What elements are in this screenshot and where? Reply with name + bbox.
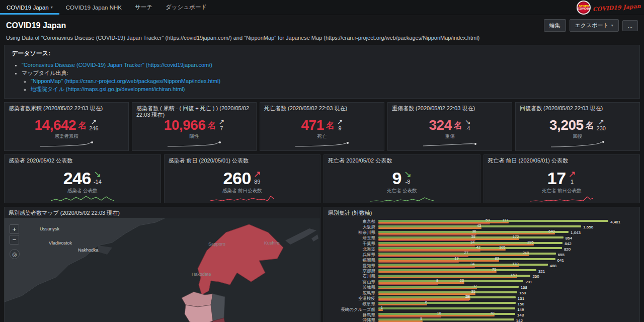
panel-title[interactable]: 県別集計 (対数軸) <box>324 207 639 216</box>
bar-segment-value: 248 <box>523 251 529 255</box>
chart-row: 岐阜県6150 <box>326 301 635 307</box>
chart-bar-group: 35172864 <box>378 236 610 242</box>
stop-covid19-badge-icon: STOP!! COVID19 <box>577 1 591 15</box>
bar-segment-value: 36 <box>472 229 476 233</box>
bar-segment <box>378 227 481 229</box>
bar-total-value: 820 <box>562 248 571 252</box>
link-nipponmap[interactable]: "NipponMap" (https://cran.r-project.org/… <box>31 78 220 84</box>
chart-row: 広島県35160 <box>326 291 635 296</box>
bar-total-value: 150 <box>516 302 524 306</box>
more-options-label: ... <box>628 23 632 29</box>
stat-value: 246 <box>63 170 91 187</box>
trend-down-icon: ↘ <box>465 118 471 125</box>
bar-segment <box>378 223 490 224</box>
chart-bar-group: 1983641 <box>378 258 610 263</box>
chart-bar-group: 42105820 <box>378 247 610 252</box>
japan-map[interactable]: Ussuriysk Vladivostok Nakhodka Sapporo K… <box>5 218 320 322</box>
panel-title[interactable]: 感染者数累積 (2020/05/02 22:03 現在) <box>5 103 128 118</box>
link-gsi-tiles[interactable]: 地理院タイル (https://maps.gsi.go.jp/developme… <box>31 86 185 92</box>
stat-label: 死亡 <box>317 133 327 140</box>
bar-segment <box>378 262 459 263</box>
stat-panel-recovered: 回復者数 (2020/05/02 22:03 現在) 3,205 名 ↗230 … <box>515 102 640 151</box>
chart-row: 北海道42105820 <box>326 247 635 252</box>
stat-value: 14,642 <box>35 118 76 132</box>
stat-row-2: 感染者 2020/05/02 公表数 246 ↘-14 感染者 公表数 感染者 … <box>4 154 640 203</box>
bar-segment-value: 42 <box>476 246 480 250</box>
bar-segment-value: 105 <box>499 246 506 250</box>
bar-segment-value: 35 <box>471 290 475 294</box>
page-title: COVID19 Japan <box>6 21 540 30</box>
bar-total-value: 655 <box>556 253 565 257</box>
stat-label: 感染者 公表数 <box>67 188 98 194</box>
stat-unit: 名 <box>454 121 462 130</box>
zoom-out-button[interactable]: − <box>10 235 19 245</box>
datasource-panel: データソース: "Coronavirus Disease (COVID-19) … <box>4 45 640 99</box>
stat-delta: 89 <box>254 179 260 185</box>
panel-title[interactable]: 感染者 前日 (2020/05/01) 公表数 <box>165 155 320 170</box>
panel-title[interactable]: 県別感染者数マップ (2020/05/02 22:03 現在) <box>5 207 320 216</box>
export-button[interactable]: エクスポート ▾ <box>570 19 619 32</box>
trend-up-icon: ↗ <box>598 118 604 125</box>
stat-unit: 名 <box>586 121 594 130</box>
tab-label: COVID19 Japan <box>7 5 49 11</box>
stat-panel-cumulative-infected: 感染者数累積 (2020/05/02 22:03 現在) 14,642 名 ↗2… <box>4 102 129 151</box>
bar-segment <box>378 316 441 317</box>
chart-row: 埼玉県35172864 <box>326 236 635 242</box>
bar-segment-value: 172 <box>513 235 519 239</box>
stat-delta: -4 <box>465 126 470 131</box>
sparkline <box>369 195 435 203</box>
panel-title[interactable]: 死亡者 2020/05/02 公表数 <box>324 155 480 170</box>
bar-segment-value: 43 <box>477 224 481 228</box>
bar-segment <box>378 234 476 235</box>
sparkline <box>294 140 350 148</box>
edit-button[interactable]: 編集 <box>544 19 566 32</box>
chart-bar-group: 6150 <box>378 301 610 307</box>
bar-segment <box>378 277 517 278</box>
stat-unit: 名 <box>207 121 216 130</box>
panel-title[interactable]: 感染者 2020/05/02 公表数 <box>5 155 160 170</box>
tab-label: ダッシュボード <box>166 4 207 11</box>
bar-segment <box>378 288 477 289</box>
sparkline <box>209 195 275 203</box>
trend-up-icon: ↗ <box>569 170 576 179</box>
locate-button[interactable]: ◎ <box>10 249 20 259</box>
stat-delta: 230 <box>597 126 606 131</box>
stat-value: 260 <box>223 170 251 187</box>
chart-row: 石川県159260 <box>326 274 635 280</box>
chart-row: 愛知県34170488 <box>326 263 635 269</box>
chart-row: 群馬県1070148 <box>326 312 635 318</box>
bar-segment-value: 75 <box>492 268 496 272</box>
bar-segment-value: 34 <box>470 240 474 245</box>
chevron-down-icon: ▾ <box>611 23 613 28</box>
trend-down-icon: ↘ <box>94 170 101 179</box>
bar-total-value: 168 <box>519 286 527 290</box>
tab-covid19-japan[interactable]: COVID19 Japan ▾ <box>0 0 59 15</box>
panel-title[interactable]: 死亡者数 (2020/05/02 22:03 現在) <box>260 103 384 118</box>
tab-covid19-japan-nhk[interactable]: COVID19 Japan NHK <box>59 0 128 15</box>
tab-dashboard[interactable]: ダッシュボード <box>159 0 213 15</box>
panel-title[interactable]: 回復者数 (2020/05/02 22:03 現在) <box>516 103 639 118</box>
bar-total <box>378 307 515 309</box>
dashboard-subtitle: Using Data of "Coronavirus Disease (COVI… <box>0 34 644 45</box>
zoom-in-button[interactable]: + <box>10 224 19 234</box>
trend-down-icon: ↘ <box>404 170 412 179</box>
stat-delta: 246 <box>89 126 98 131</box>
bar-segment <box>378 293 475 295</box>
bar-segment-value: 9 <box>436 279 438 283</box>
bar-segment-value: 159 <box>511 273 517 277</box>
tab-search[interactable]: サーチ <box>128 0 159 15</box>
bar-total-value: 148 <box>515 313 524 317</box>
panel-title[interactable]: 死亡者 前日 (2020/05/01) 公表数 <box>484 155 640 170</box>
link-covid19japan-tracker[interactable]: "Coronavirus Disease (COVID-19) Japan Tr… <box>22 62 212 68</box>
chart-row: 茨城県37168 <box>326 285 635 291</box>
bar-segment-value: 70 <box>490 311 494 315</box>
bar-segment-value: 83 <box>495 257 499 261</box>
map-canvas <box>5 218 318 322</box>
bar-segment <box>378 271 497 273</box>
panel-title[interactable]: 感染者数 ( 累積 - ( 回復 + 死亡 ) ) (2020/05/02 22… <box>132 103 256 118</box>
stat-delta: 1 <box>571 179 574 185</box>
stat-value: 324 <box>429 118 452 132</box>
trend-up-icon: ↗ <box>337 118 343 125</box>
more-options-button[interactable]: ... <box>622 20 638 31</box>
panel-title[interactable]: 重傷者数 (2020/05/02 22:03 現在) <box>388 103 512 118</box>
